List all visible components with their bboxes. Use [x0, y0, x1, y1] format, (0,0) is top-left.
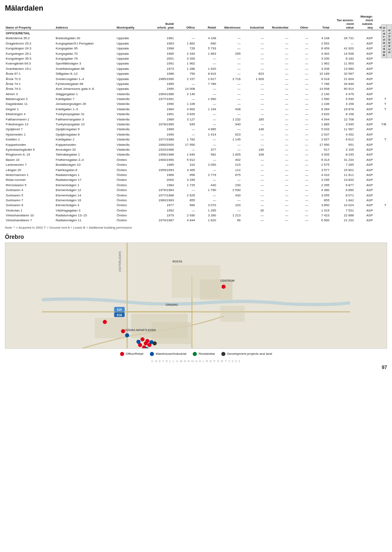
cell-industrial: — — [241, 173, 265, 178]
cell-note — [374, 82, 387, 87]
cell-note — [374, 173, 387, 178]
table-row: Dragarbrunn 20:2 Kungsgatan/S:t Persgata… — [5, 41, 387, 46]
cell-tax: 4 452 — [330, 132, 355, 137]
cell-note — [374, 127, 387, 132]
cell-residential: — — [265, 168, 289, 173]
cell-residential: — — [265, 162, 289, 167]
cell-tax: 8 158 — [330, 112, 355, 117]
cell-tax: 21 232 — [330, 218, 355, 223]
cell-tax: 32 587 — [330, 71, 355, 76]
cell-warehouse: 1 232 — [217, 117, 241, 122]
svg-rect-10 — [220, 306, 245, 322]
cell-address: Släggargatan 1 — [55, 92, 116, 97]
table-row: Kvarngärdet 64:3 Sportfältsvägen 3 Uppsa… — [5, 61, 387, 66]
svg-point-27 — [136, 340, 140, 344]
cell-build: 1991 — [150, 61, 175, 66]
cell-name: Gjutjärnet 7 — [5, 127, 55, 132]
cell-retail: 582 — [196, 152, 217, 157]
cell-note — [374, 183, 387, 188]
cell-total: 2 395 — [309, 183, 330, 188]
cell-municipality: Örebro — [116, 178, 150, 183]
cell-other: — — [289, 193, 309, 198]
cell-total: 3 295 — [309, 178, 330, 183]
cell-address: Kungsgatan 70 — [55, 51, 116, 56]
cell-other: — — [289, 36, 309, 41]
cell-retail: 2 050 — [196, 162, 217, 167]
cell-warehouse: 215 — [217, 162, 241, 167]
properties-table: Name of Property Address Municipality Bu… — [5, 14, 387, 223]
cell-address: Fallhammargatan 3 — [55, 117, 116, 122]
cell-name: Kungsängen 24:3 — [5, 46, 55, 51]
cell-residential: — — [265, 198, 289, 203]
cell-total: 7 786 — [309, 82, 330, 87]
table-row: Årsta 74:1 Fyrislundsgatan 68 Uppsala 19… — [5, 82, 387, 87]
map-legend: Office/Retail Warehouse/Industrial Resid… — [5, 352, 387, 356]
cell-name: Dagsländan 11 — [5, 102, 55, 107]
cell-mgmt: ASP — [354, 77, 374, 82]
cell-industrial: — — [241, 36, 265, 41]
cell-residential: — — [265, 92, 289, 97]
cell-retail: — — [196, 168, 217, 173]
cell-note — [374, 188, 387, 193]
col-industrial: Industrial — [241, 14, 265, 30]
cell-office: 1 782 — [175, 137, 196, 142]
cell-tax: 11 611 — [330, 173, 355, 178]
cell-residential: — — [265, 67, 289, 71]
legend-dot-warehouse — [150, 352, 154, 356]
cell-retail: 4 885 — [196, 127, 217, 132]
col-office: Office — [175, 14, 196, 30]
table-row: Virkeshandlaren 10 Radiatorvägen 13–15 Ö… — [5, 213, 387, 218]
cell-warehouse: — — [217, 92, 241, 97]
table-row: Basen 10 Fridhemsgatan 2–4 Örebro 1900/1… — [5, 158, 387, 162]
svg-text:E20: E20 — [117, 308, 122, 311]
cell-industrial: 623 — [241, 71, 265, 76]
cell-build: 1960/1983 — [150, 198, 175, 203]
cell-total: 3 055 — [309, 193, 330, 198]
cell-note — [374, 213, 387, 218]
cell-office: 1 106 — [175, 102, 196, 107]
table-row: Hjulsmeden 1 Gjutjärnsgatan 8 Västerås 1… — [5, 132, 387, 137]
cell-name: Årsta 74:3 — [5, 87, 55, 91]
svg-point-33 — [121, 329, 125, 333]
cell-tax: — — [330, 41, 355, 46]
cell-industrial: — — [241, 67, 265, 71]
cell-municipality: Örebro — [116, 183, 150, 188]
cell-municipality: Uppsala — [116, 36, 150, 41]
cell-other: — — [289, 77, 309, 82]
cell-warehouse: — — [217, 178, 241, 183]
cell-build: 1977/1988 — [150, 137, 175, 142]
svg-rect-6 — [200, 279, 232, 300]
cell-name: Lantmannen 7 — [5, 162, 55, 167]
cell-address: Radiatorvägen 13–15 — [55, 213, 116, 218]
col-retail: Retail — [196, 14, 217, 30]
cell-other: — — [289, 168, 309, 173]
cell-retail: — — [196, 198, 217, 203]
cell-office: 14 008 — [175, 87, 196, 91]
cell-industrial: — — [241, 46, 265, 51]
cell-industrial: 1 628 — [241, 77, 265, 82]
cell-total: 5 033 — [309, 127, 330, 132]
cell-residential: — — [265, 71, 289, 76]
cell-mgmt: ASP — [354, 203, 374, 208]
cell-mgmt: ASP — [354, 142, 374, 147]
cell-mgmt: ASP — [354, 188, 374, 193]
cell-name: Längan 20 — [5, 168, 55, 173]
cell-tax: 10 024 — [330, 203, 355, 208]
cell-retail: — — [196, 142, 217, 147]
cell-mgmt: ASP — [354, 183, 374, 188]
svg-rect-8 — [95, 318, 127, 338]
cell-warehouse: 428 — [217, 107, 241, 112]
cell-address: Radiatorvägen 17 — [55, 178, 116, 183]
table-row: Lantmannen 7 Boställsvägen 10 Örebro 198… — [5, 162, 387, 167]
cell-tax: 8 245 — [330, 152, 355, 157]
cell-name: Kokillen 1 — [5, 137, 55, 142]
cell-warehouse: 2 590 — [217, 188, 241, 193]
table-row: Degeln 1 Kokillgatan 1–3 Västerås 1984 4… — [5, 107, 387, 112]
cell-warehouse: 430 — [217, 193, 241, 198]
cell-other: — — [289, 41, 309, 46]
col-total: Total — [309, 14, 330, 30]
cell-name: Svetsaren 5 — [5, 193, 55, 198]
cell-build: 1978/1985 — [150, 122, 175, 127]
cell-office: — — [175, 82, 196, 87]
table-row: Svetsaren 7 Elementvägen 16 Örebro 1960/… — [5, 198, 387, 203]
